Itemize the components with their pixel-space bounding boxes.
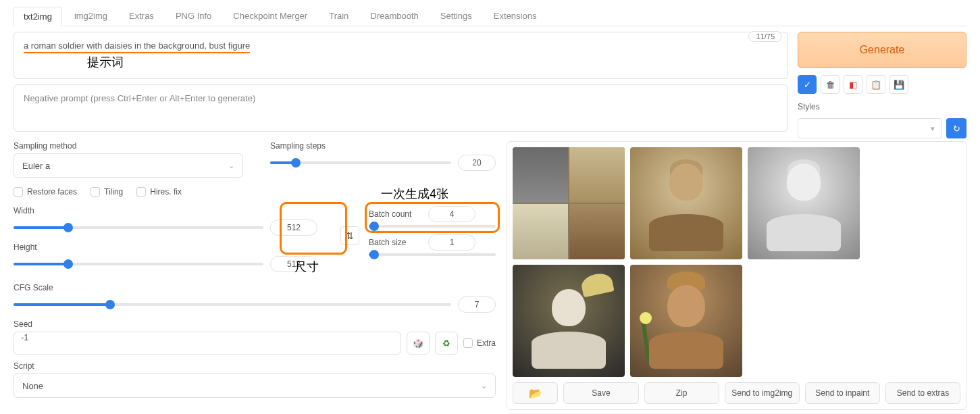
batch-count-value[interactable]: 4 <box>428 206 475 222</box>
sampling-method-select[interactable]: Euler a ⌄ <box>14 153 243 178</box>
tab-extensions[interactable]: Extensions <box>484 7 546 26</box>
swap-wh-button[interactable]: ⇅ <box>340 226 359 245</box>
seed-input[interactable]: -1 <box>14 332 401 355</box>
output-gallery <box>513 147 960 377</box>
tab-train[interactable]: Train <box>319 7 358 26</box>
seed-label: Seed <box>14 319 496 329</box>
tab-img2img[interactable]: img2img <box>65 7 117 26</box>
batch-size-value[interactable]: 1 <box>428 234 475 251</box>
tab-pnginfo[interactable]: PNG Info <box>166 7 221 26</box>
flag-icon[interactable]: ◧ <box>844 75 862 94</box>
save-icon[interactable]: 💾 <box>889 75 908 94</box>
trash-icon[interactable]: 🗑 <box>821 75 840 94</box>
script-value: None <box>22 381 43 391</box>
gallery-item-2[interactable] <box>748 147 860 259</box>
toolbar-icons: ✓ 🗑 ◧ 📋 💾 <box>798 75 966 94</box>
output-panel: 📂 Save Zip Send to img2img Send to inpai… <box>507 141 966 410</box>
save-button[interactable]: Save <box>563 382 638 404</box>
gallery-item-grid[interactable] <box>513 147 625 259</box>
prompt-text: a roman soldier with daisies in the back… <box>24 41 250 53</box>
batch-count-slider[interactable] <box>369 225 496 228</box>
gallery-item-1[interactable] <box>630 147 742 259</box>
open-folder-button[interactable]: 📂 <box>513 382 558 404</box>
tab-dreambooth[interactable]: Dreambooth <box>361 7 428 26</box>
output-actions: 📂 Save Zip Send to img2img Send to inpai… <box>513 382 960 404</box>
height-slider[interactable] <box>14 263 263 265</box>
annotation-prompt: 提示词 <box>87 54 124 70</box>
seed-reuse-button[interactable]: ♻ <box>435 332 458 355</box>
styles-label: Styles <box>798 102 966 111</box>
chevron-down-icon: ⌄ <box>481 382 487 390</box>
gallery-item-4[interactable] <box>630 265 742 377</box>
send-img2img-button[interactable]: Send to img2img <box>725 382 800 404</box>
tiling-checkbox[interactable]: Tiling <box>91 187 123 197</box>
script-label: Script <box>14 361 496 371</box>
tab-checkpoint-merger[interactable]: Checkpoint Merger <box>224 7 317 26</box>
seed-extra-checkbox[interactable]: Extra <box>463 338 496 348</box>
negative-prompt-input[interactable]: Negative prompt (press Ctrl+Enter or Alt… <box>14 84 788 132</box>
sampling-method-label: Sampling method <box>14 141 243 151</box>
chevron-down-icon: ⌄ <box>228 161 234 170</box>
width-label: Width <box>14 206 331 215</box>
hires-fix-checkbox[interactable]: Hires. fix <box>136 187 182 197</box>
clipboard-icon[interactable]: 📋 <box>867 75 885 94</box>
script-select[interactable]: None ⌄ <box>14 373 496 398</box>
width-value[interactable]: 512 <box>270 219 317 236</box>
gallery-item-3[interactable] <box>513 265 625 377</box>
generate-button[interactable]: Generate <box>798 32 966 68</box>
send-inpaint-button[interactable]: Send to inpaint <box>805 382 880 404</box>
send-extras-button[interactable]: Send to extras <box>885 382 960 404</box>
batch-size-slider[interactable] <box>369 253 496 256</box>
restore-faces-checkbox[interactable]: Restore faces <box>14 187 77 197</box>
negative-prompt-placeholder: Negative prompt (press Ctrl+Enter or Alt… <box>24 93 255 103</box>
batch-size-label: Batch size <box>369 238 421 247</box>
styles-select[interactable]: ▾ <box>798 118 942 138</box>
cfg-value[interactable]: 7 <box>458 296 496 313</box>
cfg-slider[interactable] <box>14 303 451 306</box>
height-label: Height <box>14 242 331 252</box>
cfg-label: CFG Scale <box>14 283 496 292</box>
tab-settings[interactable]: Settings <box>431 7 482 26</box>
sampling-method-value: Euler a <box>22 161 50 171</box>
batch-count-label: Batch count <box>369 209 421 219</box>
refresh-styles-button[interactable]: ↻ <box>946 118 966 138</box>
prompt-input[interactable]: 11/75 a roman soldier with daisies in th… <box>14 32 788 79</box>
annotation-batch: 一次生成4张 <box>381 186 448 202</box>
sampling-steps-slider[interactable] <box>270 161 451 164</box>
tab-extras[interactable]: Extras <box>120 7 163 26</box>
token-counter: 11/75 <box>748 31 782 42</box>
tabs-bar: txt2img img2img Extras PNG Info Checkpoi… <box>14 7 966 26</box>
annotation-dims: 尺寸 <box>294 259 319 275</box>
seed-random-button[interactable]: 🎲 <box>407 332 430 355</box>
width-slider[interactable] <box>14 226 263 229</box>
tab-txt2img[interactable]: txt2img <box>14 7 62 26</box>
sampling-steps-value[interactable]: 20 <box>458 155 496 171</box>
zip-button[interactable]: Zip <box>644 382 719 404</box>
check-icon[interactable]: ✓ <box>798 75 817 94</box>
sampling-steps-label: Sampling steps <box>270 141 496 151</box>
